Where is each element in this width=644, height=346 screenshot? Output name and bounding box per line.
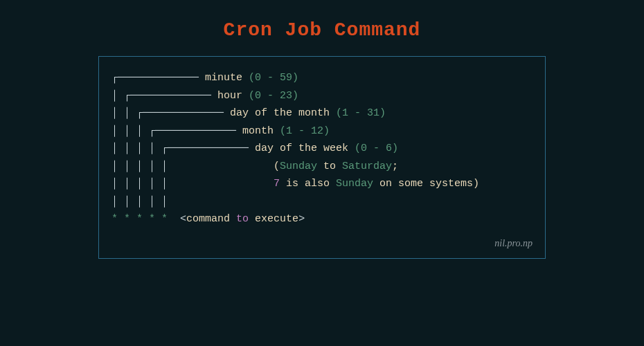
row-hour: │ ┌───────────── hour (0 - 23) — [111, 87, 533, 105]
row-dow-note2: │ │ │ │ │ 7 is also Sunday on some syste… — [111, 175, 533, 193]
row-dom: │ │ ┌───────────── day of the month (1 -… — [111, 104, 533, 122]
page-title: Cron Job Command — [224, 19, 421, 41]
row-dow-note1: │ │ │ │ │ (Sunday to Saturday; — [111, 158, 533, 176]
row-minute: ┌───────────── minute (0 - 59) — [111, 69, 533, 87]
credit-text: nil.pro.np — [111, 235, 533, 252]
row-pipes: │ │ │ │ │ — [111, 193, 533, 211]
row-dow: │ │ │ │ ┌───────────── day of the week (… — [111, 140, 533, 158]
row-month: │ │ │ ┌───────────── month (1 - 12) — [111, 122, 533, 140]
row-command: * * * * * <command to execute> — [111, 210, 533, 228]
cron-diagram-box: ┌───────────── minute (0 - 59) │ ┌──────… — [98, 56, 546, 259]
